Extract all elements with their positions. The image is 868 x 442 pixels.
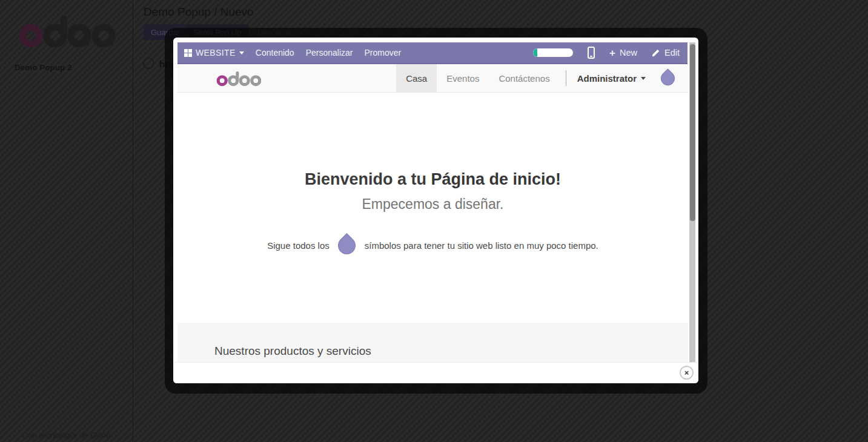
drop-icon [334, 233, 359, 257]
powered-by-odoo: Con tecnología de Odoo [22, 430, 110, 440]
tour-progress-bar [533, 48, 573, 57]
hero-section: Bienvenido a tu Página de inicio! Empece… [177, 93, 688, 323]
odoo-backend-logo [17, 15, 116, 50]
nav-item-events[interactable]: Eventos [437, 64, 489, 92]
new-button[interactable]: + New [609, 48, 637, 58]
products-section: Nuestros productos y servicios [177, 323, 688, 362]
backend-sidebar: Demo Popup 2 Con tecnología de Odoo [0, 0, 133, 442]
scrollbar-track[interactable] [689, 42, 695, 362]
hero-follow-line: Sigue todos los símbolos para tener tu s… [267, 233, 598, 258]
tour-progress-fill [533, 48, 537, 57]
scrollbar-thumb[interactable] [690, 44, 695, 221]
menu-customize[interactable]: Personalizar [306, 48, 353, 58]
website-toolbar: WEBSITE Contenido Personalizar Promover … [177, 42, 687, 64]
nav-divider [566, 70, 566, 86]
toolbar-actions: + New Edit [533, 47, 687, 59]
nav-item-contact[interactable]: Contáctenos [489, 64, 559, 92]
site-navbar: Casa Eventos Contáctenos Administrator [177, 64, 688, 93]
follow-prefix: Sigue todos los [267, 240, 330, 251]
website-menu-label: WEBSITE [196, 48, 236, 58]
website-preview-dialog: WEBSITE Contenido Personalizar Promover … [173, 38, 698, 383]
grid-icon [184, 49, 192, 57]
site-preview: Casa Eventos Contáctenos Administrator B… [177, 64, 688, 362]
dialog-footer: × [173, 362, 698, 383]
website-menu[interactable]: WEBSITE [184, 48, 244, 58]
products-section-title: Nuestros productos y servicios [177, 323, 688, 358]
menu-promote[interactable]: Promover [364, 48, 401, 58]
edit-button[interactable]: Edit [652, 48, 680, 58]
menu-content[interactable]: Contenido [256, 48, 294, 58]
hero-title-regular: Bienvenido a tu [305, 170, 431, 188]
odoo-site-logo[interactable] [216, 70, 261, 87]
close-button[interactable]: × [680, 366, 694, 380]
follow-suffix: símbolos para tener tu sitio web listo e… [365, 240, 598, 251]
chevron-down-icon [641, 77, 646, 80]
drop-icon [658, 68, 678, 88]
breadcrumb[interactable]: Demo Popup / Nuevo [144, 5, 254, 19]
chevron-down-icon [239, 51, 244, 54]
tour-drop-example [335, 233, 359, 258]
toolbar-menus: WEBSITE Contenido Personalizar Promover [177, 48, 401, 58]
hero-subtitle: Empecemos a diseñar. [177, 196, 688, 213]
hero-title: Bienvenido a tu Página de inicio! [177, 93, 688, 189]
mobile-preview-icon[interactable] [588, 47, 595, 59]
site-nav-items: Casa Eventos Contáctenos Administrator [396, 64, 677, 92]
user-menu[interactable]: Administrator [572, 73, 651, 84]
nav-item-home[interactable]: Casa [396, 64, 437, 92]
url-radio[interactable] [143, 58, 154, 69]
tour-drop-avatar[interactable] [658, 68, 677, 88]
pencil-icon [652, 48, 660, 57]
new-button-label: New [620, 48, 637, 58]
backend-record-title: Demo Popup 2 [15, 63, 72, 72]
plus-icon: + [609, 48, 615, 58]
hero-title-bold: Página de inicio! [431, 170, 561, 188]
user-menu-label: Administrator [577, 73, 637, 84]
edit-button-label: Edit [664, 48, 680, 58]
